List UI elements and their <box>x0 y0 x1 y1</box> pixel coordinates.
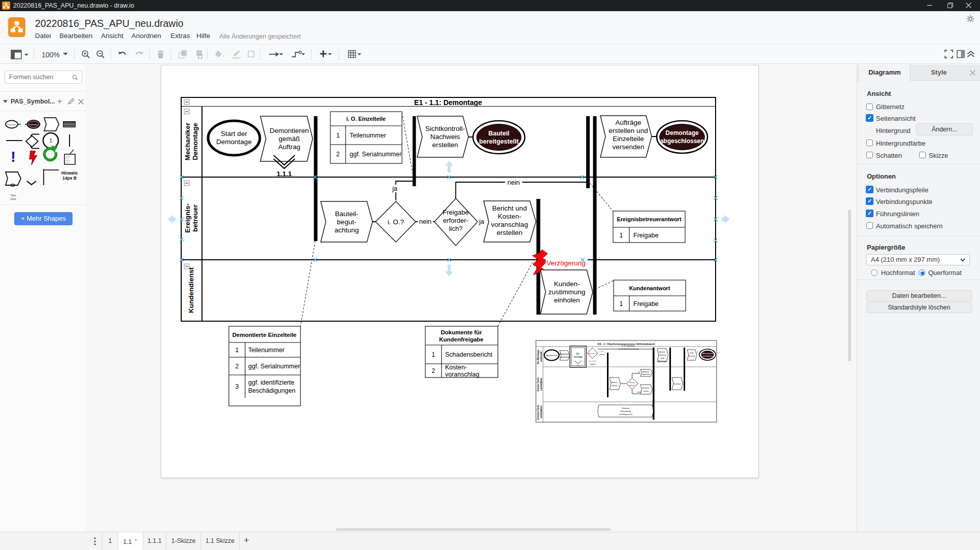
svg-text:Bauteil-: Bauteil- <box>335 210 358 218</box>
svg-text:einholen: einholen <box>554 296 580 304</box>
svg-text:gemäß: gemäß <box>279 135 300 143</box>
svg-text:1: 1 <box>620 232 623 239</box>
svg-text:nein: nein <box>419 218 432 225</box>
svg-text:i. O. Bauteile: i. O. Bauteile <box>622 345 635 347</box>
svg-text:1: 1 <box>432 351 435 358</box>
svg-text:Demontieren: Demontieren <box>269 127 309 134</box>
svg-text:inspektion: inspektion <box>560 356 570 358</box>
svg-text:Demontage: Demontage <box>665 129 699 136</box>
svg-text:Freigabe: Freigabe <box>443 209 468 216</box>
svg-text:montage: montage <box>573 356 583 358</box>
svg-text:einsatzbereit: einsatzbereit <box>702 355 713 357</box>
svg-text:1.1: 1.1 <box>577 364 580 367</box>
svg-text:betreuer: betreuer <box>191 204 199 232</box>
svg-text:12px: 12px <box>10 197 16 200</box>
svg-text:achtung: achtung <box>334 226 359 234</box>
svg-text:Endereignis: Endereignis <box>29 124 38 126</box>
svg-text:ggf. Serialnummer: ggf. Serialnummer <box>350 151 401 158</box>
svg-text:De-: De- <box>576 353 580 355</box>
svg-text:Kundenfreigabe: Kundenfreigabe <box>439 336 484 342</box>
svg-text:lich?: lich? <box>449 225 463 232</box>
svg-text:Verzögerung: Verzögerung <box>547 259 586 267</box>
svg-text:1: 1 <box>620 300 623 307</box>
svg-text:Schrott-: Schrott- <box>643 387 650 389</box>
svg-text:werkstätten: werkstätten <box>540 405 543 419</box>
svg-text:2: 2 <box>336 151 340 158</box>
svg-text:2: 2 <box>432 367 435 374</box>
svg-text:Hinweis: Hinweis <box>61 170 78 176</box>
svg-text:werkstatt: werkstatt <box>540 351 543 362</box>
svg-text:1: 1 <box>49 138 52 144</box>
svg-text:Beschädigungen: Beschädigungen <box>248 387 295 394</box>
svg-text:und Reparatur: und Reparatur <box>619 413 633 416</box>
svg-text:Externe Fach-: Externe Fach- <box>537 404 539 420</box>
svg-text:Bauteil: Bauteil <box>488 130 510 137</box>
svg-text:Kunden-: Kunden- <box>554 280 580 288</box>
svg-text:nein: nein <box>637 391 641 393</box>
svg-text:Auftrag: Auftrag <box>278 143 300 151</box>
svg-text:1: 1 <box>336 132 340 139</box>
svg-text:Aufträge: Aufträge <box>615 119 641 126</box>
svg-text:Eingangs-: Eingangs- <box>560 353 569 355</box>
svg-text:Hilfstriebwerk: Hilfstriebwerk <box>702 353 713 355</box>
svg-text:Kosten-: Kosten- <box>445 364 467 371</box>
svg-text:Kosten-: Kosten- <box>498 213 522 220</box>
svg-text:und: und <box>661 357 665 359</box>
svg-text:E1 - 1.1: Demontage: E1 - 1.1: Demontage <box>414 98 482 107</box>
svg-text:Freigabe: Freigabe <box>633 300 658 307</box>
svg-text:lierung: lierung <box>689 355 695 357</box>
svg-text:abgeschlossen: abgeschlossen <box>660 138 704 145</box>
svg-text:rabel?: rabel? <box>629 384 636 387</box>
svg-text:reparatur: reparatur <box>642 373 651 375</box>
svg-text:ggf. Serialnummer: ggf. Serialnummer <box>248 363 300 370</box>
svg-text:Interne Fach-: Interne Fach- <box>537 376 539 391</box>
svg-text:Testlauf: Testlauf <box>673 383 681 385</box>
svg-text:Start der: Start der <box>221 130 247 138</box>
svg-text:Montage: Montage <box>658 360 667 362</box>
svg-text:werkstätten: werkstätten <box>540 377 543 391</box>
svg-text:Einzelteile: Einzelteile <box>613 135 644 143</box>
svg-text:ja: ja <box>479 218 485 225</box>
svg-text:erforder-: erforder- <box>443 217 468 224</box>
svg-text:Demontierte Einzelteile: Demontierte Einzelteile <box>232 332 297 338</box>
svg-text:i. O.?: i. O.? <box>388 218 404 226</box>
svg-text:bereitgestellt: bereitgestellt <box>479 138 519 145</box>
svg-text:zustimmung: zustimmung <box>549 288 586 296</box>
svg-text:begut-: begut- <box>337 218 356 226</box>
svg-text:erstellen: erstellen <box>432 141 458 149</box>
svg-text:Schadensbericht: Schadensbericht <box>445 351 493 358</box>
svg-text:14px B: 14px B <box>62 176 77 181</box>
svg-text:stellung: stellung <box>659 354 666 356</box>
svg-text:Nachweis: Nachweis <box>430 133 460 141</box>
svg-text:Befundung: Befundung <box>621 410 631 412</box>
svg-text:n. i. O.,: n. i. O., <box>589 360 596 362</box>
svg-text:Externe: Externe <box>622 407 630 409</box>
svg-text:ersatz: ersatz <box>643 390 649 392</box>
svg-text:Anlieferung: Anlieferung <box>546 354 557 357</box>
svg-text:!: ! <box>11 148 16 165</box>
svg-text:Demontage: Demontage <box>216 138 252 146</box>
svg-text:voranschlag: voranschlag <box>445 371 479 378</box>
svg-text:dung: dung <box>612 384 617 387</box>
svg-text:2: 2 <box>235 363 239 370</box>
svg-text:Ereignisbetreuerantwort: Ereignisbetreuerantwort <box>617 216 681 222</box>
svg-text:ja: ja <box>392 185 398 192</box>
svg-text:i. O.,: i. O., <box>600 350 604 353</box>
svg-text:intern: intern <box>599 353 605 356</box>
svg-text:Besser?: Besser? <box>589 352 597 355</box>
svg-text:voranschlag: voranschlag <box>491 221 528 228</box>
svg-text:Zoll-: Zoll- <box>690 352 694 354</box>
svg-text:i. O. Einzelteile: i. O. Einzelteile <box>346 116 386 122</box>
svg-text:Freigabe: Freigabe <box>633 232 658 239</box>
svg-text:Kundenantwort: Kundenantwort <box>629 285 670 291</box>
svg-text:erstellen und: erstellen und <box>609 127 648 134</box>
svg-text:nach Bedarfsprüfung: nach Bedarfsprüfung <box>618 348 639 350</box>
svg-text:Mechaniker: Mechaniker <box>184 122 191 160</box>
svg-text:De-/Montage-: De-/Montage- <box>537 349 539 364</box>
svg-text:Text: Text <box>11 194 16 197</box>
svg-text:3: 3 <box>235 383 239 390</box>
svg-text:Sichtkontroll-: Sichtkontroll- <box>425 125 465 132</box>
svg-text:Startereignis: Startereignis <box>7 124 16 126</box>
svg-text:extern: extern <box>590 363 596 365</box>
svg-text:1.1.1: 1.1.1 <box>277 170 292 178</box>
